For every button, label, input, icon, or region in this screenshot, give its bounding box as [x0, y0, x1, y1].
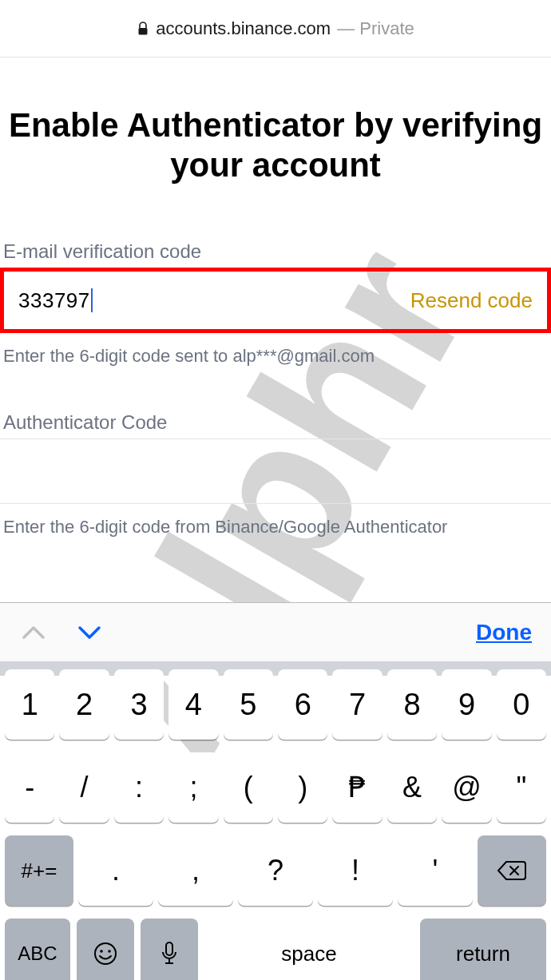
- email-code-field[interactable]: 333797 Resend code: [0, 268, 551, 333]
- svg-rect-1: [139, 28, 148, 35]
- key-exclaim[interactable]: !: [318, 835, 393, 906]
- key-8[interactable]: 8: [387, 669, 437, 740]
- keyboard-accessory-bar: Done: [0, 602, 551, 661]
- key-colon[interactable]: :: [114, 752, 164, 823]
- key-paren-open[interactable]: (: [224, 752, 273, 823]
- email-code-hint: Enter the 6-digit code sent to alp***@gm…: [0, 333, 551, 367]
- key-0[interactable]: 0: [497, 669, 546, 740]
- svg-point-4: [108, 950, 111, 953]
- key-emoji[interactable]: [77, 919, 134, 980]
- key-3[interactable]: 3: [114, 669, 164, 740]
- authenticator-code-field[interactable]: [0, 438, 551, 504]
- key-paren-close[interactable]: ): [278, 752, 327, 823]
- microphone-icon: [161, 941, 178, 966]
- key-dictation[interactable]: [141, 919, 198, 980]
- key-semicolon[interactable]: ;: [168, 752, 218, 823]
- key-2[interactable]: 2: [59, 669, 109, 740]
- key-abc-switch[interactable]: ABC: [5, 919, 70, 980]
- previous-field-button: [18, 617, 50, 649]
- key-at[interactable]: @: [442, 752, 491, 823]
- keyboard-row-1: 1 2 3 4 5 6 7 8 9 0: [5, 669, 546, 740]
- key-quote[interactable]: ": [497, 752, 546, 823]
- lock-icon: [137, 22, 149, 36]
- key-5[interactable]: 5: [224, 669, 273, 740]
- emoji-icon: [93, 941, 118, 966]
- email-code-value: 333797: [18, 288, 93, 313]
- authenticator-code-hint: Enter the 6-digit code from Binance/Goog…: [0, 504, 551, 538]
- next-field-button[interactable]: [73, 617, 105, 649]
- svg-rect-5: [166, 942, 172, 955]
- key-apostrophe[interactable]: ': [398, 835, 473, 906]
- authenticator-code-label: Authenticator Code: [0, 411, 551, 438]
- key-7[interactable]: 7: [332, 669, 382, 740]
- keyboard-row-4: ABC space return: [5, 919, 546, 980]
- address-private-label: — Private: [337, 18, 414, 39]
- keyboard-row-2: - / : ; ( ) ₱ & @ ": [5, 752, 546, 823]
- key-ampersand[interactable]: &: [387, 752, 437, 823]
- key-question[interactable]: ?: [238, 835, 313, 906]
- key-symbols-switch[interactable]: #+=: [5, 835, 73, 906]
- key-comma[interactable]: ,: [158, 835, 233, 906]
- key-backspace[interactable]: [478, 835, 546, 906]
- key-slash[interactable]: /: [59, 752, 109, 823]
- page-title: Enable Authenticator by verifying your a…: [0, 105, 551, 184]
- chevron-down-icon: [77, 625, 101, 641]
- key-dash[interactable]: -: [5, 752, 54, 823]
- email-code-label: E-mail verification code: [0, 240, 551, 268]
- chevron-up-icon: [22, 625, 46, 641]
- done-button[interactable]: Done: [476, 620, 532, 645]
- key-1[interactable]: 1: [5, 669, 54, 740]
- keyboard-row-3: #+= . , ? ! ': [5, 835, 546, 906]
- ios-keyboard: 1 2 3 4 5 6 7 8 9 0 - / : ; ( ) ₱ & @ " …: [0, 661, 551, 676]
- key-return[interactable]: return: [420, 919, 546, 980]
- key-period[interactable]: .: [78, 835, 153, 906]
- key-space[interactable]: space: [204, 919, 414, 980]
- address-domain: accounts.binance.com: [137, 18, 331, 39]
- backspace-icon: [497, 859, 527, 882]
- key-9[interactable]: 9: [442, 669, 491, 740]
- address-bar[interactable]: accounts.binance.com — Private: [0, 0, 551, 58]
- key-peso[interactable]: ₱: [332, 752, 382, 823]
- key-4[interactable]: 4: [168, 669, 218, 740]
- resend-code-button[interactable]: Resend code: [410, 288, 533, 313]
- key-6[interactable]: 6: [278, 669, 327, 740]
- svg-point-3: [100, 950, 103, 953]
- text-caret: [91, 288, 93, 312]
- svg-point-2: [95, 943, 116, 964]
